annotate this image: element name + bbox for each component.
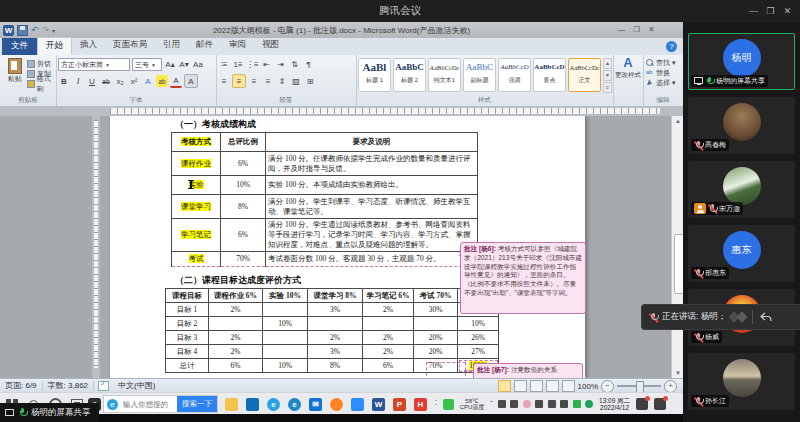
table-cell[interactable] bbox=[308, 317, 363, 331]
zoom-out-icon[interactable]: − bbox=[601, 380, 614, 393]
character-shading-icon[interactable]: A bbox=[184, 74, 198, 88]
assessment-table[interactable]: 考核方式总评比例要求及说明课程作业6%满分 100 分。任课教师依据学生完成作业… bbox=[171, 132, 478, 267]
font-size-combo[interactable]: 三号▼ bbox=[132, 58, 162, 71]
table-cell[interactable]: 满分 100 分。学生通过阅读纸质教材、参考书、网络查阅资料等手段进行学习，记录… bbox=[266, 219, 478, 252]
tray-notification-icon[interactable] bbox=[636, 398, 648, 410]
zoom-in-icon[interactable]: + bbox=[664, 380, 677, 393]
document-page[interactable]: （一）考核成绩构成 考核方式总评比例要求及说明课程作业6%满分 100 分。任课… bbox=[110, 116, 585, 378]
bold-icon[interactable]: B bbox=[58, 75, 70, 87]
table-cell[interactable]: 学习笔记 bbox=[172, 219, 221, 252]
header-cell[interactable]: 考核方式 bbox=[172, 133, 221, 152]
objectives-table[interactable]: 课程目标课程作业 6%实验 10%课堂学习 8%学习笔记 6%考试 70%权重目… bbox=[165, 288, 499, 373]
tab-引用[interactable]: 引用 bbox=[155, 37, 188, 55]
qat-customize-icon[interactable]: ▾ bbox=[52, 27, 55, 34]
table-cell[interactable]: 30% bbox=[414, 303, 458, 317]
text-effects-icon[interactable]: A bbox=[142, 75, 154, 87]
header-cell[interactable]: 实验 10% bbox=[263, 289, 308, 303]
table-cell[interactable]: 实验 100 分。本项成绩由实验教师给出。 bbox=[266, 176, 478, 195]
shading-icon[interactable]: ▨ bbox=[290, 75, 302, 87]
header-cell[interactable]: 考试 70% bbox=[414, 289, 458, 303]
tab-开始[interactable]: 开始 bbox=[37, 37, 72, 55]
find-button[interactable]: 查找 ▾ bbox=[643, 58, 683, 68]
participant-tile[interactable]: 高春梅 bbox=[688, 97, 795, 154]
table-cell[interactable]: 20% bbox=[414, 331, 458, 345]
table-cell[interactable]: 目标 1 bbox=[166, 303, 209, 317]
table-cell[interactable]: 3% bbox=[308, 303, 363, 317]
underline-icon[interactable]: U bbox=[86, 75, 98, 87]
tray-microphone-icon[interactable] bbox=[498, 400, 506, 408]
table-cell[interactable]: 课程作业 bbox=[172, 152, 221, 176]
table-cell[interactable]: 考试 bbox=[172, 252, 221, 267]
header-cell[interactable]: 课程作业 6% bbox=[209, 289, 263, 303]
table-cell[interactable]: 20% bbox=[414, 345, 458, 359]
style-item-正文[interactable]: AaBbCcDc正文 bbox=[568, 58, 601, 92]
header-cell[interactable]: 要求及说明 bbox=[266, 133, 478, 152]
tray-network-icon[interactable] bbox=[560, 400, 568, 408]
help-icon[interactable]: ? bbox=[666, 41, 677, 52]
numbering-icon[interactable]: 1≡ bbox=[232, 58, 244, 70]
scrollbar-thumb[interactable] bbox=[674, 234, 684, 294]
table-cell[interactable]: 2% bbox=[363, 345, 414, 359]
taskbar-file-explorer-icon[interactable] bbox=[225, 398, 238, 411]
table-cell[interactable]: 3% bbox=[308, 345, 363, 359]
reply-arrow-icon[interactable] bbox=[759, 312, 772, 323]
table-cell[interactable]: 满分 100 分。任课教师依据学生完成作业的数量和质量进行评阅，并及时指导与反馈… bbox=[266, 152, 478, 176]
format-painter-button[interactable]: 格式刷 bbox=[27, 79, 56, 89]
window-stack-chevrons-icon[interactable]: ˆˇ bbox=[435, 400, 437, 408]
close-icon[interactable]: ✕ bbox=[779, 6, 796, 16]
font-color-icon[interactable]: A bbox=[170, 74, 182, 88]
table-cell[interactable]: 26% bbox=[458, 331, 499, 345]
table-cell[interactable]: 目标 4 bbox=[166, 345, 209, 359]
tray-security-green-icon[interactable] bbox=[573, 400, 581, 408]
search-input[interactable] bbox=[121, 399, 177, 410]
grow-font-icon[interactable]: A▴ bbox=[164, 59, 176, 71]
table-cell[interactable]: 8% bbox=[221, 195, 266, 219]
scroll-down-icon[interactable]: ▼ bbox=[673, 368, 683, 378]
table-cell[interactable]: 10% bbox=[263, 359, 308, 373]
tray-green-g-icon[interactable] bbox=[585, 400, 593, 408]
print-layout-view-icon[interactable] bbox=[498, 380, 511, 392]
language-indicator[interactable]: 中文(中国) bbox=[113, 381, 160, 391]
style-item-要点[interactable]: AaBbCcD要点 bbox=[533, 58, 566, 92]
tray-expand-chevron-icon[interactable]: ˆ bbox=[490, 400, 493, 408]
tray-headset-icon[interactable] bbox=[510, 400, 518, 408]
search-go-button[interactable]: 搜索一下 bbox=[177, 396, 217, 412]
line-spacing-icon[interactable]: ⇕ bbox=[276, 75, 288, 87]
comment-balloon[interactable]: 批注 [杨6]:考核方式可以参照《城建院发（2021）213号关于印发《沈阳城市… bbox=[460, 242, 586, 314]
tab-插入[interactable]: 插入 bbox=[72, 37, 105, 55]
table-cell[interactable]: 目标 2 bbox=[166, 317, 209, 331]
bullets-icon[interactable]: ∶≡ bbox=[218, 58, 230, 70]
paste-button[interactable]: 粘贴 bbox=[4, 58, 26, 84]
table-cell[interactable]: 8% bbox=[308, 359, 363, 373]
word-count[interactable]: 字数: 3,862 bbox=[43, 381, 94, 391]
sort-icon[interactable]: ⇅ bbox=[289, 58, 301, 70]
participant-tile[interactable]: 宋万澈 bbox=[688, 161, 795, 218]
taskbar-internet-explorer-icon[interactable]: e bbox=[267, 398, 280, 411]
show-marks-icon[interactable]: ¶ bbox=[303, 58, 315, 70]
table-cell[interactable]: 10% bbox=[458, 317, 499, 331]
table-cell[interactable]: 实验 bbox=[172, 176, 221, 195]
table-cell[interactable]: 10% bbox=[263, 317, 308, 331]
screen-share-badge[interactable]: 杨明的屏幕共享 bbox=[0, 403, 99, 422]
change-case-icon[interactable]: Aa bbox=[192, 59, 204, 71]
style-item-副标题[interactable]: AaBbC副标题 bbox=[463, 58, 496, 92]
tab-视图[interactable]: 视图 bbox=[254, 37, 287, 55]
header-cell[interactable]: 课程目标 bbox=[166, 289, 209, 303]
undo-icon[interactable]: ↶ bbox=[31, 26, 39, 35]
cut-button[interactable]: 剪切 bbox=[27, 59, 56, 69]
table-cell[interactable]: 6% bbox=[221, 219, 266, 252]
fullscreen-view-icon[interactable] bbox=[514, 380, 527, 392]
table-cell[interactable]: 2% bbox=[363, 303, 414, 317]
change-styles-button[interactable]: A 更改样式 bbox=[613, 55, 643, 80]
taskbar-edge-icon[interactable]: e bbox=[288, 398, 301, 411]
participant-tile[interactable]: 惠东邵惠东 bbox=[688, 225, 795, 282]
save-icon[interactable] bbox=[17, 25, 28, 36]
tab-邮件[interactable]: 邮件 bbox=[188, 37, 221, 55]
green-utility-icon[interactable] bbox=[443, 399, 454, 410]
tab-页面布局[interactable]: 页面布局 bbox=[105, 37, 155, 55]
table-cell[interactable]: 2% bbox=[209, 331, 263, 345]
style-item-标题 1[interactable]: AaBl标题 1 bbox=[358, 58, 391, 92]
table-cell[interactable]: 2% bbox=[209, 345, 263, 359]
cpu-temperature[interactable]: 58℃ CPU温度 bbox=[460, 398, 485, 411]
word-restore-icon[interactable]: ❐ bbox=[629, 23, 644, 36]
